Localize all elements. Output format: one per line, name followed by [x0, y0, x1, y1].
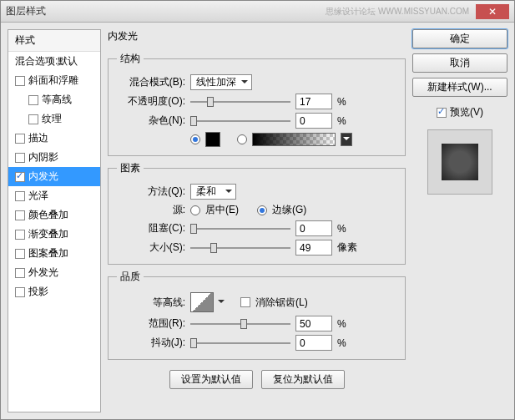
- style-item-label: 颜色叠加: [28, 208, 68, 222]
- opacity-slider[interactable]: [190, 94, 290, 109]
- source-label: 源:: [117, 203, 185, 217]
- noise-slider[interactable]: [190, 114, 290, 129]
- method-dropdown[interactable]: 柔和: [190, 184, 236, 200]
- panel-title: 内发光: [108, 29, 406, 43]
- make-default-button[interactable]: 设置为默认值: [169, 370, 253, 389]
- style-item-label: 描边: [28, 131, 48, 145]
- window-title: 图层样式: [6, 4, 326, 18]
- gradient-radio[interactable]: [237, 134, 247, 144]
- quality-legend: 品质: [117, 270, 144, 284]
- jitter-input[interactable]: [295, 335, 332, 351]
- style-item-label: 内发光: [28, 170, 58, 184]
- source-edge-label: 边缘(G): [272, 203, 306, 217]
- contour-picker[interactable]: [190, 292, 214, 312]
- blend-options-item[interactable]: 混合选项:默认: [8, 52, 100, 71]
- noise-label: 杂色(N):: [117, 114, 185, 128]
- style-item-5[interactable]: 内发光: [8, 167, 100, 186]
- titlebar: 图层样式 思缘设计论坛 WWW.MISSYUAN.COM ✕: [1, 1, 514, 23]
- style-item-label: 外发光: [28, 266, 58, 280]
- cancel-button[interactable]: 取消: [412, 53, 507, 73]
- style-item-8[interactable]: 渐变叠加: [8, 225, 100, 244]
- source-center-label: 居中(E): [205, 203, 239, 217]
- choke-label: 阻塞(C):: [117, 221, 185, 235]
- noise-unit: %: [337, 115, 362, 127]
- style-item-6[interactable]: 光泽: [8, 186, 100, 205]
- new-style-button[interactable]: 新建样式(W)...: [412, 78, 507, 97]
- preview-thumbnail: [442, 144, 478, 180]
- opacity-input[interactable]: [295, 94, 332, 109]
- range-input[interactable]: [295, 316, 332, 331]
- style-checkbox[interactable]: [15, 191, 25, 201]
- style-checkbox[interactable]: [15, 134, 25, 144]
- jitter-unit: %: [337, 337, 362, 349]
- style-item-4[interactable]: 内阴影: [8, 148, 100, 167]
- method-label: 方法(Q):: [117, 185, 185, 199]
- style-list-header: 样式: [8, 30, 100, 52]
- blend-mode-dropdown[interactable]: 线性加深: [190, 74, 252, 90]
- style-checkbox[interactable]: [15, 210, 25, 220]
- style-item-label: 图案叠加: [28, 246, 68, 261]
- source-edge-radio[interactable]: [257, 205, 267, 215]
- gradient-preview[interactable]: [252, 133, 336, 146]
- style-checkbox[interactable]: [15, 230, 25, 240]
- preview-box: [427, 129, 492, 195]
- elements-group: 图素 方法(Q): 柔和 源: 居中(E) 边缘(G) 阻塞(C):: [108, 161, 406, 265]
- blend-mode-label: 混合模式(B):: [117, 75, 185, 89]
- style-checkbox[interactable]: [28, 95, 38, 105]
- source-center-radio[interactable]: [190, 205, 200, 215]
- style-checkbox[interactable]: [15, 172, 25, 182]
- style-checkbox[interactable]: [15, 76, 25, 86]
- style-item-7[interactable]: 颜色叠加: [8, 205, 100, 225]
- style-item-11[interactable]: 投影: [8, 282, 100, 301]
- size-slider[interactable]: [190, 240, 290, 256]
- choke-unit: %: [337, 223, 362, 235]
- style-checkbox[interactable]: [15, 268, 25, 278]
- contour-label: 等高线:: [117, 296, 185, 310]
- style-checkbox[interactable]: [28, 114, 38, 124]
- style-item-9[interactable]: 图案叠加: [8, 244, 100, 263]
- style-checkbox[interactable]: [15, 153, 25, 163]
- watermark: 思缘设计论坛 WWW.MISSYUAN.COM: [326, 6, 469, 18]
- choke-input[interactable]: [295, 220, 332, 236]
- default-buttons: 设置为默认值 复位为默认值: [108, 370, 406, 389]
- style-list: 样式 混合选项:默认 斜面和浮雕等高线纹理描边内阴影内发光光泽颜色叠加渐变叠加图…: [8, 29, 101, 412]
- structure-group: 结构 混合模式(B): 线性加深 不透明度(O): % 杂色(N): %: [108, 52, 406, 156]
- elements-legend: 图素: [117, 161, 144, 175]
- jitter-slider[interactable]: [190, 336, 290, 351]
- preview-checkbox[interactable]: [437, 108, 447, 118]
- noise-input[interactable]: [295, 113, 332, 129]
- close-button[interactable]: ✕: [476, 4, 509, 19]
- color-swatch[interactable]: [205, 132, 220, 147]
- size-unit: 像素: [337, 240, 362, 255]
- style-item-label: 纹理: [42, 112, 62, 126]
- range-label: 范围(R):: [117, 316, 185, 331]
- preview-label: 预览(V): [450, 105, 483, 119]
- action-panel: 确定 取消 新建样式(W)... 预览(V): [412, 29, 507, 412]
- quality-group: 品质 等高线: 消除锯齿(L) 范围(R): % 抖动(J):: [108, 270, 406, 360]
- style-item-2[interactable]: 纹理: [8, 109, 100, 129]
- choke-slider[interactable]: [190, 221, 290, 236]
- size-input[interactable]: [295, 240, 332, 256]
- anti-alias-label: 消除锯齿(L): [255, 296, 308, 310]
- style-item-0[interactable]: 斜面和浮雕: [8, 71, 100, 90]
- gradient-dropdown[interactable]: [341, 133, 352, 146]
- range-slider[interactable]: [190, 316, 290, 331]
- style-item-1[interactable]: 等高线: [8, 90, 100, 109]
- style-checkbox[interactable]: [15, 287, 25, 297]
- preview-row: 预览(V): [412, 105, 507, 119]
- structure-legend: 结构: [117, 52, 144, 66]
- style-item-label: 渐变叠加: [28, 227, 68, 241]
- jitter-label: 抖动(J):: [117, 336, 185, 350]
- range-unit: %: [337, 318, 362, 330]
- ok-button[interactable]: 确定: [412, 29, 507, 48]
- reset-default-button[interactable]: 复位为默认值: [261, 370, 345, 389]
- anti-alias-checkbox[interactable]: [240, 297, 250, 307]
- color-radio[interactable]: [190, 134, 200, 144]
- style-item-label: 光泽: [28, 189, 48, 203]
- style-item-3[interactable]: 描边: [8, 129, 100, 148]
- style-checkbox[interactable]: [15, 249, 25, 259]
- size-label: 大小(S):: [117, 240, 185, 255]
- style-item-10[interactable]: 外发光: [8, 263, 100, 282]
- content: 样式 混合选项:默认 斜面和浮雕等高线纹理描边内阴影内发光光泽颜色叠加渐变叠加图…: [1, 23, 514, 419]
- style-item-label: 投影: [28, 285, 48, 299]
